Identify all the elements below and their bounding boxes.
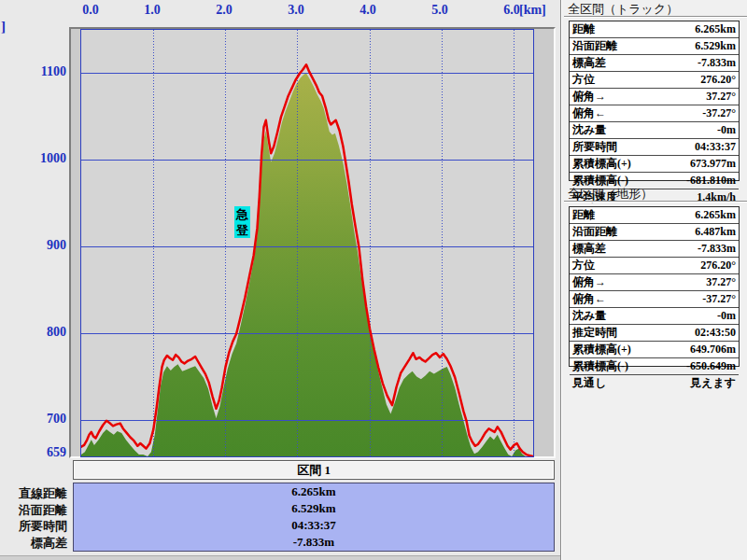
stat-value: 276.20° xyxy=(700,259,739,273)
table-row: 標高差-7.833m xyxy=(570,55,739,72)
table-row: 距離6.265km xyxy=(570,21,739,38)
stat-value: -0m xyxy=(717,309,739,323)
stat-value: 276.20° xyxy=(700,73,739,87)
table-row: 俯角←-37.27° xyxy=(570,291,739,308)
stat-label: 標高差 xyxy=(570,241,606,257)
table-row: 推定時間02:43:50 xyxy=(570,325,739,342)
x-tick-label: 5.0 xyxy=(419,3,460,19)
stat-value: 673.977m xyxy=(690,157,739,171)
stat-label: 累積標高(+) xyxy=(570,342,631,357)
stat-label: 沿面距離 xyxy=(570,38,617,54)
table-row: 俯角←-37.27° xyxy=(570,105,739,122)
track-stats-table: 距離6.265km沿面距離6.529km標高差-7.833m方位276.20°俯… xyxy=(569,21,740,181)
y-tick-label: 800 xyxy=(0,325,66,341)
elevation-graph-window: ] 0.01.02.03.04.05.06.0 [km] 11001000900… xyxy=(0,0,747,560)
y-axis-unit-label: ] xyxy=(1,19,14,35)
section-header: 区間 1 xyxy=(73,460,555,480)
terrain-panel-title: 全区間（地形） xyxy=(568,186,653,201)
stat-label: 所要時間 xyxy=(570,139,617,155)
stat-value: 6.265km xyxy=(695,22,739,36)
table-row: 沿面距離6.529km xyxy=(570,38,739,55)
table-row: 見通し見えます xyxy=(570,375,739,391)
stat-label: 累積標高(+) xyxy=(570,156,631,172)
section-row-label: 直線距離 xyxy=(0,485,67,501)
stat-value: -681.810m xyxy=(686,174,739,188)
table-row: 方位276.20° xyxy=(570,72,739,89)
section-row-label: 所要時間 xyxy=(0,518,67,534)
section-value: 6.265km xyxy=(74,483,554,500)
y-tick-label: 900 xyxy=(0,238,66,254)
stat-value: 37.27° xyxy=(706,275,739,289)
stat-label: 累積標高(-) xyxy=(570,358,628,374)
terrain-area xyxy=(81,74,533,457)
section-row-label: 沿面距離 xyxy=(0,502,67,518)
stat-label: 推定時間 xyxy=(570,325,617,341)
stat-label: 方位 xyxy=(570,258,595,273)
stat-value: -7.833m xyxy=(698,242,739,256)
track-header-rule xyxy=(564,16,747,18)
table-row: 累積標高(-)-650.649m xyxy=(570,358,739,375)
table-row: 標高差-7.833m xyxy=(570,241,739,258)
stat-label: 俯角← xyxy=(570,105,606,121)
stat-value: -650.649m xyxy=(686,359,739,373)
y-tick-label: 700 xyxy=(0,412,66,427)
table-row: 沈み量-0m xyxy=(570,122,739,139)
stat-label: 沈み量 xyxy=(570,308,606,324)
section-values-box: 6.265km6.529km04:33:37-7.833m xyxy=(73,483,555,552)
x-axis-unit-label: [km] xyxy=(519,3,562,19)
stats-panel: 全区間（トラック） 距離6.265km沿面距離6.529km標高差-7.833m… xyxy=(564,0,747,560)
elevation-plot[interactable] xyxy=(80,29,534,457)
section-value: -7.833m xyxy=(74,534,554,551)
stat-value: 04:33:37 xyxy=(695,140,739,154)
stat-label: 距離 xyxy=(570,207,595,223)
x-tick-label: 4.0 xyxy=(347,3,388,19)
stat-label: 俯角→ xyxy=(570,274,606,290)
table-row: 所要時間04:33:37 xyxy=(570,139,739,156)
stat-label: 距離 xyxy=(570,21,595,37)
stat-value: 6.529km xyxy=(695,39,739,53)
table-row: 累積標高(+)649.706m xyxy=(570,342,739,358)
table-row: 方位276.20° xyxy=(570,258,739,274)
steep-climb-char-2: 登 xyxy=(234,222,250,238)
table-row: 沈み量-0m xyxy=(570,308,739,325)
table-row: 沿面距離6.487km xyxy=(570,224,739,241)
table-row: 累積標高(+)673.977m xyxy=(570,156,739,173)
terrain-header-rule xyxy=(564,201,747,203)
y-tick-label: 659 xyxy=(0,445,66,461)
chart-region: ] 0.01.02.03.04.05.06.0 [km] 11001000900… xyxy=(0,0,564,560)
stat-value: -7.833m xyxy=(698,56,739,70)
table-row: 距離6.265km xyxy=(570,207,739,224)
steep-climb-char-1: 急 xyxy=(234,206,250,222)
x-tick-label: 3.0 xyxy=(275,3,317,19)
stat-label: 見通し xyxy=(570,375,606,391)
section-value: 6.529km xyxy=(74,500,554,517)
stat-label: 俯角→ xyxy=(570,89,606,105)
stat-value: 6.265km xyxy=(695,208,739,222)
x-tick-label: 2.0 xyxy=(204,3,245,19)
y-tick-label: 1000 xyxy=(0,151,66,167)
terrain-stats-table: 距離6.265km沿面距離6.487km標高差-7.833m方位276.20°俯… xyxy=(569,206,740,367)
stat-label: 方位 xyxy=(570,72,595,88)
x-tick-label: 0.0 xyxy=(70,3,111,19)
stat-value: -0m xyxy=(717,123,739,137)
elevation-profile-svg xyxy=(81,30,533,456)
bottom-strip xyxy=(0,555,561,560)
stat-value: 見えます xyxy=(690,375,739,391)
stat-value: 6.487km xyxy=(695,225,739,239)
table-row: 俯角→37.27° xyxy=(570,89,739,105)
y-tick-label: 1100 xyxy=(0,64,66,80)
stat-label: 俯角← xyxy=(570,291,606,307)
x-tick-label: 1.0 xyxy=(132,3,173,19)
stat-label: 沈み量 xyxy=(570,122,606,138)
track-panel-title: 全区間（トラック） xyxy=(568,1,678,16)
table-row: 俯角→37.27° xyxy=(570,274,739,291)
section-row-label: 標高差 xyxy=(0,535,67,551)
stat-value: 37.27° xyxy=(706,90,739,104)
stat-label: 標高差 xyxy=(570,55,606,71)
stat-value: 649.706m xyxy=(690,343,739,357)
stat-value: -37.27° xyxy=(702,106,739,120)
section-value: 04:33:37 xyxy=(74,517,554,534)
stat-value: 02:43:50 xyxy=(695,326,739,340)
stat-value: -37.27° xyxy=(702,292,739,306)
steep-climb-annotation: 急 登 xyxy=(234,206,250,238)
